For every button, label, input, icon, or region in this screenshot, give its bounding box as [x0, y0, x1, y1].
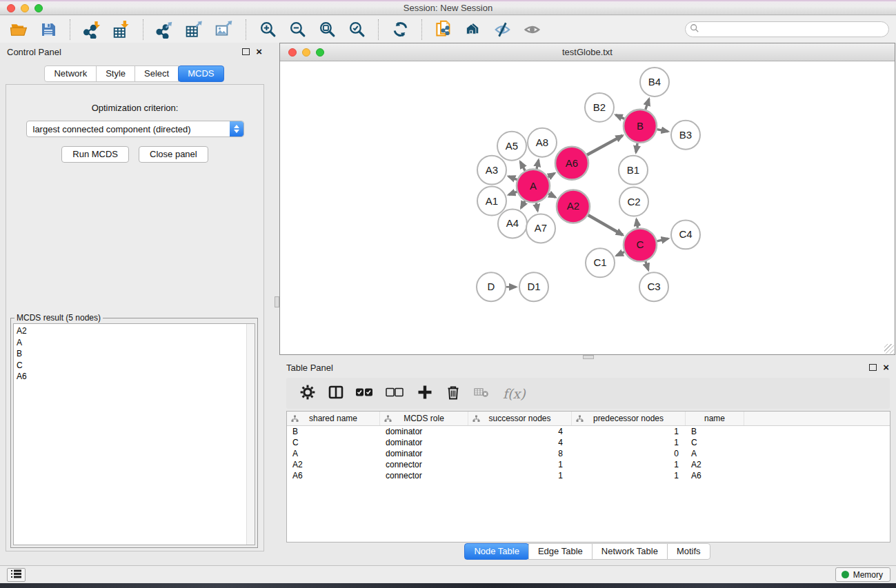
table-cell[interactable]: 1: [468, 471, 572, 480]
run-mcds-button[interactable]: Run MCDS: [61, 146, 129, 163]
graph-edge-a-a4[interactable]: [521, 201, 525, 207]
close-panel-button[interactable]: Close panel: [139, 146, 208, 163]
table-row[interactable]: Cdominator41C: [287, 437, 890, 448]
close-window-button[interactable]: [7, 4, 15, 12]
table-cell[interactable]: 4: [468, 438, 572, 447]
zoom-in-button[interactable]: [256, 19, 279, 41]
table-cell[interactable]: 1: [572, 471, 686, 480]
network-close-button[interactable]: [288, 48, 297, 57]
graph-edge-b-b2[interactable]: [616, 115, 625, 119]
table-cell[interactable]: 8: [468, 449, 572, 458]
zoom-out-button[interactable]: [286, 19, 309, 41]
table-row[interactable]: Adominator80A: [287, 448, 890, 459]
select-all-button[interactable]: [356, 385, 372, 402]
delete-table-button[interactable]: [473, 385, 490, 402]
show-panels-button[interactable]: [7, 568, 26, 582]
graph-edge-a2-c[interactable]: [588, 215, 623, 235]
show-graphics-details-button[interactable]: [521, 19, 544, 41]
add-row-button[interactable]: [417, 385, 433, 402]
table-cell[interactable]: A: [686, 449, 744, 458]
result-list-item[interactable]: A6: [17, 371, 255, 383]
graph-edge-b-b1[interactable]: [636, 143, 637, 152]
close-panel-icon[interactable]: ×: [883, 364, 889, 371]
table-cell[interactable]: dominator: [380, 427, 468, 436]
network-window-titlebar[interactable]: testGlobe.txt: [280, 43, 895, 61]
table-row[interactable]: A2connector11A2: [287, 459, 890, 470]
table-cell[interactable]: 1: [572, 438, 686, 447]
close-panel-icon[interactable]: ×: [256, 48, 262, 55]
table-cell[interactable]: dominator: [380, 438, 468, 447]
column-header-predecessor-nodes[interactable]: predecessor nodes: [572, 412, 686, 425]
table-cell[interactable]: 1: [468, 460, 572, 469]
tab-select[interactable]: Select: [135, 65, 179, 82]
tab-style[interactable]: Style: [96, 65, 135, 82]
table-cell[interactable]: connector: [380, 460, 468, 469]
network-zoom-button[interactable]: [316, 48, 324, 57]
memory-button[interactable]: Memory: [835, 567, 890, 582]
graph-edge-c-c1[interactable]: [617, 252, 624, 256]
hide-graphics-details-button[interactable]: [491, 19, 515, 41]
function-builder-button[interactable]: f(x): [503, 386, 526, 401]
tab-network-table[interactable]: Network Table: [592, 543, 668, 560]
column-header-shared-name[interactable]: shared name: [287, 412, 380, 425]
float-panel-icon[interactable]: [869, 364, 877, 371]
graph-edge-a-a8[interactable]: [537, 160, 539, 169]
graph-edge-a-a3[interactable]: [508, 176, 517, 180]
table-row[interactable]: Bdominator41B: [287, 426, 890, 437]
table-cell[interactable]: 1: [572, 427, 686, 436]
table-cell[interactable]: B: [686, 427, 744, 436]
table-cell[interactable]: 4: [468, 427, 572, 436]
table-cell[interactable]: C: [686, 438, 744, 447]
refresh-button[interactable]: [388, 19, 412, 41]
table-row[interactable]: A6connector11A6: [287, 470, 890, 481]
result-list-item[interactable]: A: [17, 337, 255, 349]
deselect-all-button[interactable]: [384, 385, 405, 402]
graph-edge-a-a1[interactable]: [508, 192, 517, 194]
graph-edge-c-c4[interactable]: [657, 239, 668, 241]
zoom-window-button[interactable]: [34, 4, 43, 12]
graph-edge-a-a5[interactable]: [520, 162, 525, 171]
float-panel-icon[interactable]: [242, 48, 250, 55]
result-list-item[interactable]: B: [17, 348, 255, 360]
export-table-button[interactable]: [183, 19, 206, 41]
tab-network[interactable]: Network: [44, 65, 97, 82]
import-table-button[interactable]: [110, 19, 133, 41]
table-cell[interactable]: 0: [572, 449, 686, 458]
new-network-from-file-button[interactable]: [432, 19, 455, 41]
graph-edge-c-c2[interactable]: [637, 219, 638, 227]
tab-node-table[interactable]: Node Table: [464, 543, 529, 560]
result-list-scrollbar[interactable]: [246, 324, 255, 545]
graph-edge-b-b3[interactable]: [657, 130, 668, 132]
table-cell[interactable]: B: [287, 427, 380, 436]
table-cell[interactable]: 1: [572, 460, 686, 469]
open-session-button[interactable]: [7, 19, 30, 41]
export-image-button[interactable]: [212, 19, 236, 41]
show-column-button[interactable]: [328, 385, 344, 402]
zoom-selected-button[interactable]: [345, 19, 368, 41]
graph-edge-a-a2[interactable]: [548, 194, 555, 197]
delete-row-button[interactable]: [445, 385, 461, 402]
zoom-fit-button[interactable]: [315, 19, 339, 41]
search-field[interactable]: [685, 21, 889, 37]
search-input[interactable]: [699, 25, 884, 34]
import-network-button[interactable]: [80, 19, 103, 41]
table-cell[interactable]: C: [287, 438, 380, 447]
criterion-dropdown[interactable]: largest connected component (directed): [26, 121, 244, 137]
table-cell[interactable]: A6: [287, 471, 380, 480]
network-graph[interactable]: B4B2BB3A8A5A6B1A3AA1C2A2A4A7C4CC1DD1C3: [280, 61, 895, 354]
split-handle-left[interactable]: [275, 296, 279, 307]
column-header-successor-nodes[interactable]: successor nodes: [468, 412, 572, 425]
graph-edge-b-b4[interactable]: [646, 99, 649, 110]
table-cell[interactable]: A6: [686, 471, 744, 480]
table-settings-button[interactable]: [299, 385, 316, 402]
result-list-item[interactable]: A2: [17, 325, 255, 337]
network-canvas[interactable]: B4B2BB3A8A5A6B1A3AA1C2A2A4A7C4CC1DD1C3: [280, 61, 895, 354]
graph-edge-a6-b[interactable]: [587, 136, 623, 155]
table-cell[interactable]: A2: [686, 460, 744, 469]
column-header-mcds-role[interactable]: MCDS role: [380, 412, 468, 425]
graph-edge-a-a7[interactable]: [536, 203, 537, 211]
table-cell[interactable]: connector: [380, 471, 468, 480]
mcds-result-list[interactable]: A2ABCA6: [13, 323, 255, 545]
tab-mcds[interactable]: MCDS: [178, 65, 223, 82]
tab-motifs[interactable]: Motifs: [667, 543, 710, 560]
